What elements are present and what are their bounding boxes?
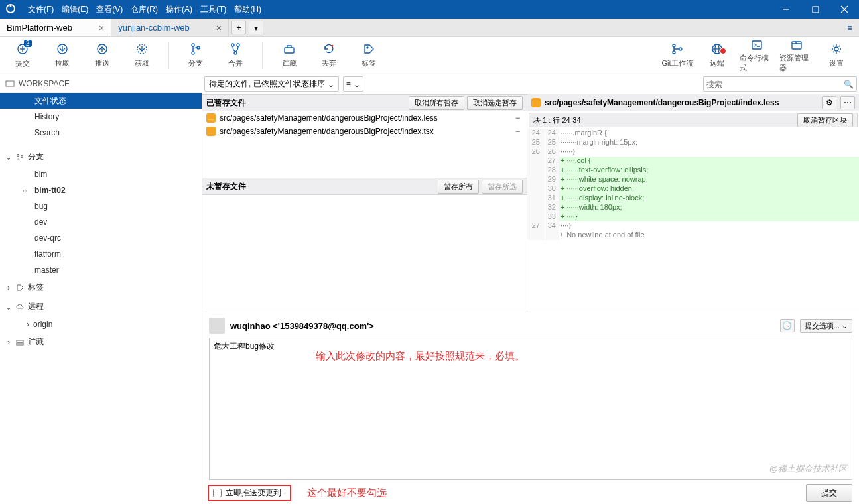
discard-toolbutton[interactable]: 丢弃 — [312, 38, 346, 73]
sidebar-item-search[interactable]: Search — [0, 125, 202, 141]
search-input[interactable] — [706, 80, 844, 89]
svg-point-22 — [332, 45, 334, 47]
terminal-toolbutton[interactable]: 命令行模式 — [740, 38, 774, 73]
sidebar-section-remote[interactable]: ⌄远程 — [0, 297, 202, 316]
svg-rect-31 — [792, 42, 801, 49]
svg-point-23 — [367, 47, 368, 48]
file-modified-icon — [531, 98, 541, 107]
sidebar-item-history[interactable]: History — [0, 109, 202, 125]
push-toolbutton[interactable]: 推送 — [85, 38, 119, 73]
menu-repo[interactable]: 仓库(R) — [127, 4, 162, 15]
stage-all-button[interactable]: 暂存所有 — [438, 180, 479, 194]
svg-point-26 — [679, 48, 682, 50]
sidebar-branch-item[interactable]: master — [0, 262, 202, 278]
chevron-down-icon: ⌄ — [5, 302, 12, 312]
app-logo-icon — [5, 3, 17, 15]
avatar — [209, 318, 225, 334]
svg-point-35 — [17, 158, 19, 160]
commit-message-box: 输入此次修改的内容，最好按照规范来，必填。 — [209, 338, 852, 480]
svg-point-32 — [834, 47, 838, 51]
sidebar-branch-item[interactable]: flatform — [0, 246, 202, 262]
sidebar-branch-item[interactable]: dev — [0, 214, 202, 230]
sidebar-branch-item[interactable]: bug — [0, 198, 202, 214]
filter-dropdown[interactable]: 待定的文件, 已依照文件状态排序⌄ — [204, 76, 339, 92]
unstage-file-button[interactable]: − — [513, 127, 523, 136]
commit-toolbutton[interactable]: 2提交 — [5, 38, 40, 73]
tab-dropdown-button[interactable]: ▾ — [249, 21, 263, 34]
staged-file-row[interactable]: …src/pages/safetyManagement/dangerousBig… — [202, 111, 527, 125]
pull-toolbutton[interactable]: 拉取 — [45, 38, 80, 73]
sidebar-branch-item[interactable]: dev-qrc — [0, 230, 202, 246]
tag-icon — [16, 284, 24, 292]
tab-label: BimPlatform-web — [7, 23, 72, 32]
tab-close-icon[interactable]: × — [99, 23, 104, 33]
explorer-toolbutton[interactable]: 资源管理器 — [779, 38, 814, 73]
branch-toolbutton[interactable]: 分支 — [178, 38, 213, 73]
tag-toolbutton[interactable]: 标签 — [352, 38, 386, 73]
unstage-file-button[interactable]: − — [513, 113, 523, 123]
svg-point-16 — [192, 52, 194, 54]
annotation-text: 输入此次修改的内容，最好按照规范来，必填。 — [316, 350, 525, 363]
menu-edit[interactable]: 编辑(E) — [58, 4, 92, 15]
stage-selected-button[interactable]: 暂存所选 — [482, 180, 523, 194]
history-icon-button[interactable]: 🕓 — [780, 319, 795, 332]
sidebar-remote-origin[interactable]: ›origin — [0, 316, 202, 332]
file-modified-icon: … — [206, 113, 216, 123]
svg-rect-38 — [17, 343, 23, 345]
svg-point-25 — [673, 51, 675, 54]
hunk-header: 块 1 : 行 24-34取消暂存区块 — [529, 113, 858, 127]
chevron-down-icon: ⌄ — [328, 80, 334, 89]
stash-toolbutton[interactable]: 贮藏 — [272, 38, 306, 73]
staged-file-row[interactable]: …src/pages/safetyManagement/dangerousBig… — [202, 125, 527, 138]
search-box[interactable]: 🔍 — [703, 76, 857, 92]
tab-close-icon[interactable]: × — [216, 23, 222, 33]
unstage-selected-button[interactable]: 取消选定暂存 — [467, 96, 523, 110]
sidebar-branch-item[interactable]: bim — [0, 166, 202, 182]
view-mode-button[interactable]: ≡ ⌄ — [343, 76, 363, 92]
close-button[interactable] — [830, 0, 859, 19]
unstage-hunk-button[interactable]: 取消暂存区块 — [797, 113, 853, 127]
chevron-right-icon: › — [5, 338, 12, 347]
menu-tools[interactable]: 工具(T) — [196, 4, 230, 15]
commit-message-input[interactable] — [210, 338, 852, 479]
unstage-all-button[interactable]: 取消所有暂存 — [409, 96, 464, 110]
menu-file[interactable]: 文件(F) — [24, 4, 58, 15]
minimize-button[interactable] — [771, 0, 801, 19]
monitor-icon — [5, 80, 15, 87]
tab-inactive[interactable]: yunjian-ccbim-web× — [111, 19, 229, 36]
maximize-button[interactable] — [801, 0, 830, 19]
unstaged-header: 未暂存文件暂存所有暂存所选 — [202, 178, 527, 195]
cloud-icon — [16, 303, 24, 311]
push-immediately-checkbox[interactable]: 立即推送变更到 - — [208, 485, 291, 501]
toolbar: 2提交 拉取 推送 获取 分支 合并 贮藏 丢弃 标签 Git工作流 远端 命令… — [0, 37, 859, 74]
diff-content[interactable]: 2424······.marginR {2525········margin-r… — [527, 129, 859, 240]
fetch-toolbutton[interactable]: 获取 — [125, 38, 159, 73]
branch-icon — [16, 153, 24, 161]
repo-tabs: BimPlatform-web× yunjian-ccbim-web× + ▾ … — [0, 19, 859, 37]
diff-settings-button[interactable]: ⚙ — [822, 96, 836, 109]
menu-help[interactable]: 帮助(H) — [230, 4, 265, 15]
tab-active[interactable]: BimPlatform-web× — [0, 19, 111, 36]
svg-rect-3 — [813, 7, 819, 13]
commit-options-button[interactable]: 提交选项... ⌄ — [800, 319, 852, 333]
settings-toolbutton[interactable]: 设置 — [819, 38, 854, 73]
merge-toolbutton[interactable]: 合并 — [218, 38, 253, 73]
sidebar-workspace-header[interactable]: WORKSPACE — [0, 74, 202, 93]
svg-point-24 — [673, 44, 675, 47]
watermark: @稀土掘金技术社区 — [769, 463, 847, 475]
menu-view[interactable]: 查看(V) — [92, 4, 127, 15]
new-tab-button[interactable]: + — [231, 21, 246, 34]
sidebar-section-branches[interactable]: ⌄分支 — [0, 147, 202, 166]
menu-action[interactable]: 操作(A) — [162, 4, 196, 15]
diff-more-button[interactable]: ⋯ — [840, 96, 855, 109]
sidebar-section-tags[interactable]: ›标签 — [0, 278, 202, 297]
hamburger-icon[interactable]: ≡ — [840, 19, 859, 36]
gitflow-toolbutton[interactable]: Git工作流 — [660, 38, 694, 73]
sidebar-branch-item[interactable]: bim-tt02 — [0, 182, 202, 198]
sidebar-item-filestatus[interactable]: 文件状态 — [0, 93, 202, 109]
remote-toolbutton[interactable]: 远端 — [700, 38, 734, 73]
sidebar-section-stash[interactable]: ›贮藏 — [0, 332, 202, 351]
svg-rect-37 — [17, 340, 23, 342]
commit-button[interactable]: 提交 — [806, 484, 852, 502]
chevron-down-icon: ⌄ — [5, 153, 12, 162]
